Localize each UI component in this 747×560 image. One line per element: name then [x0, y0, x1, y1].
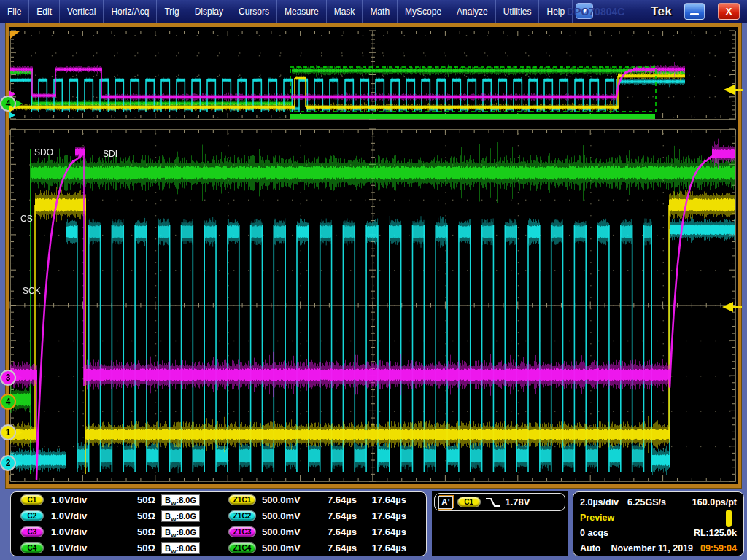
trigger-level-value: 1.78V — [506, 497, 530, 508]
date-value: November 11, 2019 — [611, 543, 693, 553]
horizontal-readout-panel: 2.0µs/div 6.25GS/s 160.0ps/pt Preview 0 … — [573, 491, 744, 556]
z1c4-badge[interactable]: Z1C4 — [228, 542, 256, 553]
channel1-position-marker[interactable]: 1 — [0, 424, 16, 440]
trigger-readout-box[interactable]: A' C1 1.78V — [434, 493, 565, 511]
trigger-arrow-icon — [724, 85, 735, 95]
channel2-position-marker[interactable]: 2 — [0, 455, 16, 471]
preview-status: Preview — [580, 513, 614, 523]
time-value: 09:59:04 — [700, 543, 737, 553]
signal-label-sdo: SDO — [34, 147, 53, 158]
record-length: RL:125.0k — [694, 528, 737, 538]
waveform-canvas — [0, 0, 747, 560]
trigger-label: A' — [438, 496, 453, 509]
c4-bandwidth-box[interactable]: BW:8.0G — [161, 542, 200, 554]
channel3-position-marker[interactable]: 3 — [0, 370, 16, 386]
z1c3-time2: 17.64µs — [361, 526, 406, 537]
c1-bandwidth-box[interactable]: BW:8.0G — [161, 494, 200, 506]
c4-badge[interactable]: C4 — [20, 542, 44, 553]
c1-readout-row: C1 1.0V/div 50Ω BW:8.0G Z1C1 500.0mV 7.6… — [11, 494, 426, 509]
timebase-scale: 2.0µs/div — [580, 497, 619, 508]
c2-readout-row: C2 1.0V/div 50Ω BW:8.0G Z1C2 500.0mV 7.6… — [11, 510, 426, 525]
c4-scale: 1.0V/div — [51, 542, 87, 553]
channel-readout-panel: C1 1.0V/div 50Ω BW:8.0G Z1C1 500.0mV 7.6… — [10, 491, 427, 556]
trigger-mode: Auto — [580, 543, 600, 553]
z1c2-time2: 17.64µs — [361, 510, 406, 521]
z1c1-badge[interactable]: Z1C1 — [228, 494, 256, 505]
channel4-position-marker[interactable]: 4 — [0, 394, 16, 410]
channel2-marker-arrow — [16, 459, 23, 467]
c3-scale: 1.0V/div — [51, 526, 87, 537]
acq-status-row: Preview — [573, 510, 743, 525]
acq-count-row: 0 acqs RL:125.0k — [573, 525, 743, 540]
falling-edge-icon — [485, 497, 501, 508]
z1c2-badge[interactable]: Z1C2 — [228, 510, 256, 521]
readout-bar: C1 1.0V/div 50Ω BW:8.0G Z1C1 500.0mV 7.6… — [0, 489, 747, 560]
z1c1-time1: 7.64µs — [316, 494, 357, 505]
c3-badge[interactable]: C3 — [20, 526, 44, 537]
c2-reference-arrow[interactable] — [9, 112, 15, 119]
acquisition-corner-marker — [10, 31, 20, 39]
c4-reference-arrow[interactable] — [16, 100, 23, 107]
signal-label-sdi: SDI — [103, 149, 117, 159]
oscilloscope-screen: File Edit Vertical Horiz/Acq Trig Displa… — [0, 0, 747, 560]
c4-termination: 50Ω — [120, 542, 155, 553]
acquisition-count: 0 acqs — [580, 528, 608, 538]
c2-scale: 1.0V/div — [51, 510, 87, 521]
c3-termination: 50Ω — [120, 526, 155, 537]
c2-badge[interactable]: C2 — [20, 510, 44, 521]
z1c3-scale: 500.0mV — [262, 526, 301, 537]
timebase-row: 2.0µs/div 6.25GS/s 160.0ps/pt — [573, 494, 743, 510]
sample-resolution: 160.0ps/pt — [692, 497, 737, 508]
trigger-readout-panel: A' C1 1.78V — [432, 491, 568, 556]
c4-readout-row: C4 1.0V/div 50Ω BW:8.0G Z1C4 500.0mV 7.6… — [11, 542, 426, 557]
c1-badge[interactable]: C1 — [20, 494, 44, 505]
z1c3-badge[interactable]: Z1C3 — [228, 526, 256, 537]
z1c4-scale: 500.0mV — [262, 542, 301, 553]
channel4-marker-arrow — [16, 398, 23, 405]
thermometer-icon — [726, 510, 732, 527]
c3-readout-row: C3 1.0V/div 50Ω BW:8.0G Z1C3 500.0mV 7.6… — [11, 526, 426, 541]
z1c1-scale: 500.0mV — [262, 494, 301, 505]
channel1-marker-arrow — [16, 429, 23, 436]
z1c3-time1: 7.64µs — [316, 526, 357, 537]
trigger-level-arrow-overview[interactable] — [724, 85, 743, 95]
sample-rate: 6.25GS/s — [627, 497, 666, 508]
trigger-level-arrow-main[interactable] — [722, 302, 742, 312]
signal-label-sck: SCK — [23, 286, 41, 296]
signal-label-cs: CS — [20, 214, 33, 224]
c1-termination: 50Ω — [120, 494, 155, 505]
channel3-marker-arrow — [16, 374, 23, 381]
trigger-arrow-icon — [722, 302, 733, 312]
trigger-arrow-tail — [733, 306, 742, 308]
c2-termination: 50Ω — [120, 510, 155, 521]
z1c2-scale: 500.0mV — [262, 510, 301, 521]
z1c1-time2: 17.64µs — [361, 494, 406, 505]
trigger-source-badge[interactable]: C1 — [457, 497, 481, 508]
c1-scale: 1.0V/div — [51, 494, 87, 505]
c2-bandwidth-box[interactable]: BW:8.0G — [161, 510, 200, 522]
trigger-arrow-tail — [735, 89, 743, 91]
c3-bandwidth-box[interactable]: BW:8.0G — [161, 526, 200, 538]
z1c4-time2: 17.64µs — [361, 542, 406, 553]
z1c4-time1: 7.64µs — [316, 542, 357, 553]
z1c2-time1: 7.64µs — [316, 510, 357, 521]
datetime-row: Auto November 11, 2019 09:59:04 — [573, 540, 743, 556]
